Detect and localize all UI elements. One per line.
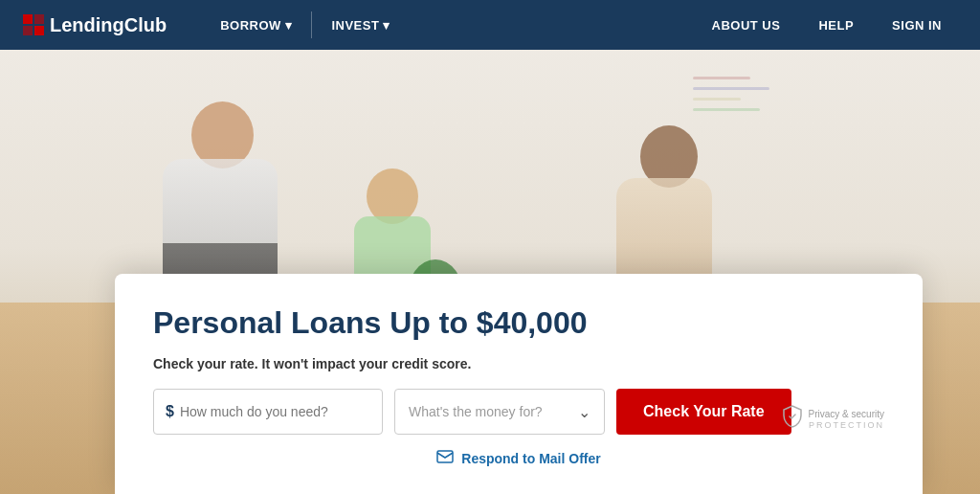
loan-form: $ What's the money for? ⌄ Check Your Rat… [153, 389, 732, 435]
svg-rect-2 [23, 26, 33, 35]
mail-offer-link[interactable]: Respond to Mail Offer [153, 450, 884, 467]
svg-rect-1 [34, 14, 44, 24]
svg-rect-3 [34, 26, 44, 35]
check-rate-button[interactable]: Check Your Rate [616, 389, 791, 435]
signin-label: SIGN IN [892, 18, 942, 33]
card-subtitle: Check your rate. It won't impact your cr… [153, 356, 884, 371]
borrow-chevron-icon: ▾ [285, 18, 293, 33]
nav-borrow[interactable]: BORROW ▾ [205, 11, 307, 40]
svg-rect-4 [437, 451, 453, 462]
invest-chevron-icon: ▾ [383, 18, 390, 33]
loan-card: Personal Loans Up to $40,000 Check your … [115, 274, 923, 494]
nav-divider [311, 11, 312, 38]
brand-name: LendingClub [50, 14, 167, 36]
about-label: ABOUT US [712, 18, 781, 33]
dollar-sign: $ [166, 403, 174, 420]
amount-input[interactable] [180, 404, 370, 419]
borrow-label: BORROW [220, 18, 281, 33]
nav-right: ABOUT US HELP SIGN IN [697, 11, 957, 40]
main-nav: BORROW ▾ INVEST ▾ [205, 11, 696, 40]
nav-help[interactable]: HELP [803, 11, 869, 40]
logo-icon [23, 14, 44, 35]
nav-invest[interactable]: INVEST ▾ [316, 11, 405, 40]
amount-input-wrapper[interactable]: $ [153, 389, 383, 435]
shield-icon [782, 405, 803, 434]
card-title: Personal Loans Up to $40,000 [153, 304, 884, 341]
mail-icon [436, 450, 454, 467]
nav-about[interactable]: ABOUT US [697, 11, 796, 40]
help-label: HELP [818, 18, 854, 33]
nav-signin[interactable]: SIGN IN [877, 11, 957, 40]
wall-decoration [693, 77, 884, 191]
purpose-select[interactable]: What's the money for? ⌄ [394, 389, 605, 435]
svg-rect-0 [23, 14, 33, 24]
navbar: LendingClub BORROW ▾ INVEST ▾ ABOUT US H… [0, 0, 980, 50]
invest-label: INVEST [331, 18, 379, 33]
privacy-text: Privacy & security PROTECTION [809, 408, 884, 432]
chevron-down-icon: ⌄ [578, 403, 590, 421]
privacy-badge: Privacy & security PROTECTION [782, 405, 884, 434]
form-row-wrapper: $ What's the money for? ⌄ Check Your Rat… [153, 389, 884, 450]
purpose-placeholder: What's the money for? [409, 404, 543, 419]
brand-logo[interactable]: LendingClub [23, 14, 167, 36]
mail-offer-label: Respond to Mail Offer [461, 451, 600, 466]
